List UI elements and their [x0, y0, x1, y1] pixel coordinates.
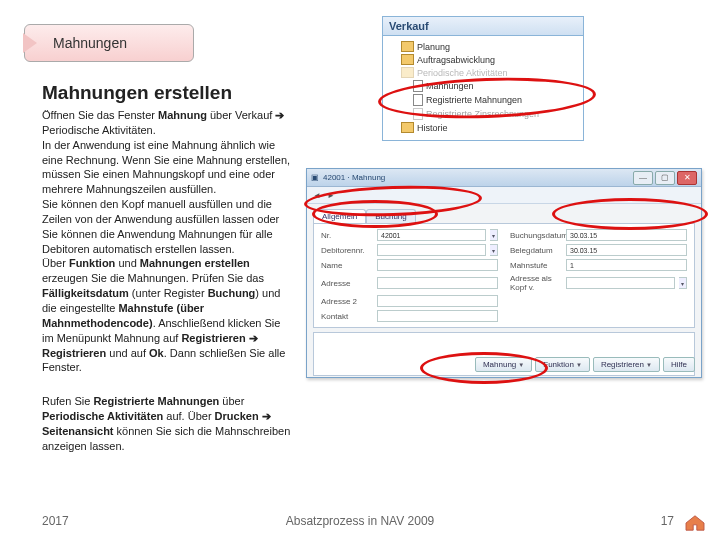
- belegdatum-field[interactable]: 30.03.15: [566, 244, 687, 256]
- window-button-bar: Mahnung▼ Funktion▼ Registrieren▼ Hilfe: [475, 357, 695, 372]
- label-adresse-kopf: Adresse als Kopf v.: [510, 274, 562, 292]
- hilfe-button[interactable]: Hilfe: [663, 357, 695, 372]
- body-text: Öffnen Sie das Fenster Mahnung über Verk…: [42, 108, 292, 375]
- form-tabs: Allgemein Buchung: [307, 204, 701, 223]
- tab-allgemein[interactable]: Allgemein: [313, 209, 366, 223]
- chevron-down-icon: ▼: [576, 362, 582, 368]
- maximize-button[interactable]: ▢: [655, 171, 675, 185]
- tree-item[interactable]: Planung: [401, 40, 581, 53]
- form-panel: Nr.42001▾ Buchungsdatum30.03.15 Debitore…: [313, 223, 695, 328]
- label-nr: Nr.: [321, 231, 373, 240]
- tree-item-reg-mahnungen[interactable]: Registrierte Mahnungen: [413, 93, 581, 107]
- footer-center: Absatzprozess in NAV 2009: [0, 514, 720, 528]
- tree-item-mahnungen[interactable]: Mahnungen: [413, 79, 581, 93]
- toolbar-fwd-icon[interactable]: ►: [327, 191, 335, 200]
- mahnung-window: ▣42001 · Mahnung — ▢ ✕ ◄ ► Allgemein Buc…: [306, 168, 702, 378]
- label-buchungsdatum: Buchungsdatum: [510, 231, 562, 240]
- folder-icon: [401, 122, 414, 133]
- nav-panel: Verkauf Planung Auftragsabwicklung Perio…: [382, 16, 584, 141]
- dropdown-icon[interactable]: ▾: [490, 244, 498, 256]
- arrow-icon: ➔: [262, 410, 271, 422]
- chevron-down-icon: ▼: [518, 362, 524, 368]
- name-field[interactable]: [377, 259, 498, 271]
- mahnung-button[interactable]: Mahnung▼: [475, 357, 532, 372]
- nav-tree: Planung Auftragsabwicklung Periodische A…: [383, 36, 583, 140]
- kontakt-field[interactable]: [377, 310, 498, 322]
- section-tab-label: Mahnungen: [53, 35, 127, 51]
- dropdown-icon[interactable]: ▾: [679, 277, 687, 289]
- doc-icon: [413, 94, 423, 106]
- folder-icon: [401, 67, 414, 78]
- label-name: Name: [321, 261, 373, 270]
- tree-item[interactable]: Registrierte Zinsrechnungen: [413, 107, 581, 121]
- window-titlebar: ▣42001 · Mahnung — ▢ ✕: [307, 169, 701, 187]
- label-debitor: Debitorennr.: [321, 246, 373, 255]
- call-text: Rufen Sie Registrierte Mahnungen über Pe…: [42, 394, 292, 453]
- chevron-down-icon: ▼: [646, 362, 652, 368]
- label-kontakt: Kontakt: [321, 312, 373, 321]
- funktion-button[interactable]: Funktion▼: [535, 357, 590, 372]
- tree-item[interactable]: Historie: [401, 121, 581, 134]
- label-adresse2: Adresse 2: [321, 297, 373, 306]
- window-title: 42001 · Mahnung: [323, 173, 385, 182]
- footer-page: 17: [661, 514, 674, 528]
- label-belegdatum: Belegdatum: [510, 246, 562, 255]
- adresse-field[interactable]: [377, 277, 498, 289]
- label-adresse: Adresse: [321, 279, 373, 288]
- minimize-button[interactable]: —: [633, 171, 653, 185]
- arrow-icon: ➔: [249, 332, 258, 344]
- adresse-kopf-field[interactable]: [566, 277, 675, 289]
- folder-icon: [401, 54, 414, 65]
- folder-icon: [401, 41, 414, 52]
- tab-buchung[interactable]: Buchung: [366, 209, 416, 223]
- tree-item[interactable]: Periodische Aktivitäten: [401, 66, 581, 79]
- arrow-icon: ➔: [275, 109, 284, 121]
- label-mahnstufe: Mahnstufe: [510, 261, 562, 270]
- doc-icon: [413, 80, 423, 92]
- page-heading: Mahnungen erstellen: [42, 82, 232, 104]
- nr-field[interactable]: 42001: [377, 229, 486, 241]
- close-button[interactable]: ✕: [677, 171, 697, 185]
- window-icon: ▣: [311, 173, 319, 182]
- dropdown-icon[interactable]: ▾: [490, 229, 498, 241]
- mahnstufe-field[interactable]: 1: [566, 259, 687, 271]
- debitor-field[interactable]: [377, 244, 486, 256]
- adresse2-field[interactable]: [377, 295, 498, 307]
- section-tab: Mahnungen: [24, 24, 194, 62]
- buchungsdatum-field[interactable]: 30.03.15: [566, 229, 687, 241]
- registrieren-button[interactable]: Registrieren▼: [593, 357, 660, 372]
- doc-icon: [413, 108, 423, 120]
- nav-header: Verkauf: [383, 17, 583, 36]
- window-toolbar: ◄ ►: [307, 187, 701, 204]
- toolbar-back-icon[interactable]: ◄: [313, 191, 321, 200]
- tree-item[interactable]: Auftragsabwicklung: [401, 53, 581, 66]
- home-icon[interactable]: [684, 514, 706, 532]
